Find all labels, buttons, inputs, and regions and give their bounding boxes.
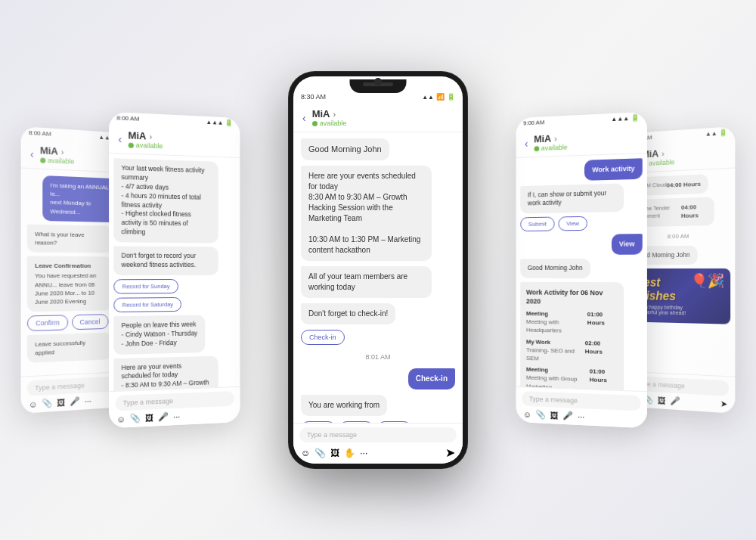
- user-view: View: [612, 234, 643, 254]
- checkin-btn[interactable]: Check-in: [301, 330, 345, 345]
- back-arrow-l1[interactable]: ‹: [118, 132, 122, 144]
- events-msg: Here are your events scheduled for today…: [301, 166, 432, 261]
- wa-sub-1: Meeting with Headquarters: [526, 318, 587, 336]
- cancel-btn[interactable]: Cancel: [72, 314, 108, 330]
- emoji-icon: ☺: [29, 399, 37, 409]
- emoji-icon-main: ☺: [301, 448, 310, 458]
- phone-header-r1: ‹ MiA › available: [516, 123, 647, 158]
- back-arrow-r1[interactable]: ‹: [525, 137, 528, 149]
- attach-icon: 📎: [42, 398, 52, 408]
- more-icon-l1: ···: [173, 411, 180, 421]
- battery-icon-r1: 🔋: [631, 113, 639, 122]
- chevron-r1: ›: [554, 134, 557, 143]
- emoji-icon-l1: ☺: [116, 414, 125, 424]
- battery-icon-r2: 🔋: [719, 129, 727, 137]
- balloon-icon: 🎈🎉: [691, 272, 724, 290]
- time-left1: 8:00 AM: [116, 114, 139, 123]
- attach-icon-l1: 📎: [130, 413, 141, 424]
- footer-r1: Type a message ☺ 📎 🖼 🎤 ···: [516, 386, 647, 428]
- leave-applied-msg: Leave successfully applied: [27, 333, 112, 364]
- image-icon-r2: 🖼: [658, 396, 666, 405]
- confirm-cancel-row: Confirm Cancel: [27, 314, 108, 331]
- tender-hours: 04:00 Hours: [681, 203, 707, 220]
- time-8-01: 8:01 AM: [301, 350, 455, 363]
- team-working-msg: All of your team members are working tod…: [301, 266, 432, 298]
- wa-hours-1: 01:00 Hours: [587, 310, 618, 336]
- record-saturday-btn[interactable]: Record for Saturday: [113, 297, 181, 312]
- view-btn[interactable]: View: [558, 216, 587, 231]
- wa-row-1: Meeting Meeting with Headquarters 01:00 …: [526, 309, 618, 336]
- user-checkin: Check-in: [408, 368, 455, 389]
- event1-text: 8:30 AM to 9:30 AM – Growth Hacking Sess…: [308, 193, 407, 222]
- phone-header-main: ‹ MiA › available: [293, 102, 463, 132]
- good-morning-r1: Good Morning John: [520, 259, 590, 278]
- events-label: Here are your events scheduled for today: [308, 172, 416, 191]
- phone-header-left1: ‹ MiA › available: [109, 123, 240, 158]
- send-icon-r2[interactable]: ➤: [720, 399, 727, 409]
- mic-icon-l1: 🎤: [158, 411, 169, 422]
- leave-confirm-card: Leave Confirmation You have requested an…: [27, 256, 112, 312]
- chat-body-main: Good Morning John Here are your events s…: [293, 132, 463, 423]
- work-activity-user-msg: Work activity: [584, 158, 643, 180]
- work-activity-card: Work Activity for 06 Nov 2020 Meeting Me…: [520, 282, 623, 392]
- mic-icon-r1: 🎤: [563, 411, 574, 421]
- type-message-l1[interactable]: Type a message: [115, 391, 234, 411]
- people-on-leave: People on leave this week - Cindy Watson…: [113, 315, 205, 354]
- fitness-summary: Your last week fitness activity summary …: [113, 158, 218, 243]
- signal-icon-r2: ▲▲: [705, 129, 717, 137]
- contact-chevron: ›: [61, 147, 64, 156]
- phone-left: 8:00 AM ▲▲▲ 🔋 ‹ MiA › available Your: [109, 112, 240, 428]
- working-from-msg: You are working from: [301, 395, 387, 416]
- hcm-hours: 04:00 Hours: [667, 180, 701, 190]
- footer-main: Type a message ☺ 📎 🖼 ✋ ··· ➤: [293, 423, 463, 464]
- chevron-main: ›: [333, 110, 336, 119]
- battery-icon-main: 🔋: [447, 93, 455, 101]
- weekend-reminder: Don't forget to record your weekend fitn…: [113, 247, 218, 276]
- confirm-btn[interactable]: Confirm: [27, 315, 68, 331]
- submit-btn[interactable]: Submit: [520, 217, 554, 231]
- time-left2: 8:00 AM: [29, 129, 51, 137]
- wa-sub-2: Training- SEO and SEM: [526, 346, 585, 364]
- send-icon-main[interactable]: ➤: [445, 445, 455, 460]
- footer-icons-main: ☺ 📎 🖼 ✋ ··· ➤: [299, 445, 457, 460]
- wa-row-2: My Work Training- SEO and SEM 02:00 Hour…: [526, 337, 618, 365]
- chat-body-r1: Work activity If I, can show or submit y…: [516, 154, 647, 391]
- type-message-r1[interactable]: Type a message: [522, 391, 641, 411]
- phone-main-inner: 8:30 AM ▲▲ 📶 🔋 ‹ MiA › availab: [293, 76, 463, 464]
- emoji-icon-r1: ☺: [523, 409, 531, 418]
- record-sunday-btn[interactable]: Record for Sunday: [113, 279, 178, 294]
- more-icon-r1: ···: [578, 411, 584, 421]
- attach-icon-main: 📎: [314, 448, 326, 458]
- chat-body-left1: Your last week fitness activity summary …: [109, 154, 240, 391]
- work-activity-title: Work Activity for 06 Nov 2020: [526, 287, 618, 307]
- type-message-main[interactable]: Type a message: [299, 427, 457, 442]
- checkin-btn-row: Check-in: [301, 330, 345, 345]
- time-r1: 9:00 AM: [523, 119, 544, 126]
- online-dot-r1: [534, 146, 539, 151]
- wa-hours-2: 02:00 Hours: [585, 339, 618, 365]
- status-main: available: [320, 119, 347, 127]
- phone-main-outer: 8:30 AM ▲▲ 📶 🔋 ‹ MiA › availab: [289, 72, 467, 468]
- online-dot-l1: [128, 142, 133, 147]
- attach-icon-r1: 📎: [536, 409, 547, 419]
- battery-icon-l1: 🔋: [225, 119, 233, 126]
- contact-name-l1: MiA: [128, 129, 146, 141]
- back-arrow-main[interactable]: ‹: [302, 112, 306, 124]
- footer-icons-l1: ☺ 📎 🖼 🎤 ···: [115, 409, 234, 424]
- chevron-r2: ›: [662, 149, 665, 158]
- events-today-l1: Here are your events scheduled for today…: [113, 355, 218, 391]
- scene: 8:00 AM ▲▲▲ 🔋 ‹ MiA › available I'm taki…: [0, 0, 756, 540]
- birthday-wishes: Wishes: [635, 290, 722, 304]
- status-r1: available: [541, 144, 568, 152]
- mic-icon: 🎤: [70, 396, 80, 407]
- birthday-subtext: you a happy birthdaywonderful year ahead…: [635, 305, 722, 317]
- submit-view-prompt: If I, can show or submit your work activ…: [520, 183, 623, 214]
- more-icon-main: ···: [360, 448, 367, 458]
- phone-right1: 9:00 AM ▲▲▲ 🔋 ‹ MiA › available Work act…: [516, 112, 647, 428]
- back-arrow[interactable]: ‹: [30, 147, 34, 160]
- contact-name-r1: MiA: [534, 133, 551, 145]
- image-icon: 🖼: [57, 397, 66, 407]
- wifi-icon-main: 📶: [436, 93, 445, 101]
- record-row: Record for Sunday Record for Saturday: [113, 279, 235, 312]
- chevron-l1: ›: [150, 132, 153, 141]
